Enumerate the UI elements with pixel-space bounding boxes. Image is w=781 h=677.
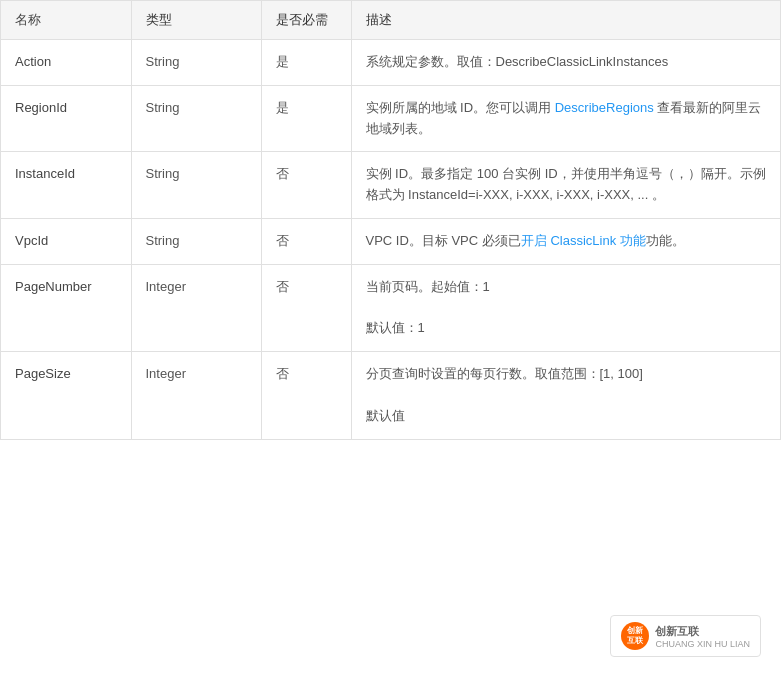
param-name: RegionId — [1, 85, 131, 152]
table-row: VpcIdString否VPC ID。目标 VPC 必须已开启 ClassicL… — [1, 218, 780, 264]
description-link[interactable]: 开启 ClassicLink 功能 — [521, 233, 646, 248]
param-required: 否 — [261, 352, 351, 439]
table-row: PageSizeInteger否分页查询时设置的每页行数。取值范围：[1, 10… — [1, 352, 780, 439]
param-required: 否 — [261, 152, 351, 219]
header-description: 描述 — [351, 1, 780, 40]
param-name: PageNumber — [1, 264, 131, 351]
api-params-table: 名称 类型 是否必需 描述 ActionString是系统规定参数。取值：Des… — [0, 0, 781, 440]
table-header-row: 名称 类型 是否必需 描述 — [1, 1, 780, 40]
param-name: Action — [1, 40, 131, 86]
param-name: InstanceId — [1, 152, 131, 219]
header-required: 是否必需 — [261, 1, 351, 40]
param-name: PageSize — [1, 352, 131, 439]
param-description: 实例 ID。最多指定 100 台实例 ID，并使用半角逗号（，）隔开。示例格式为… — [351, 152, 780, 219]
param-type: Integer — [131, 352, 261, 439]
table-row: InstanceIdString否实例 ID。最多指定 100 台实例 ID，并… — [1, 152, 780, 219]
table-row: ActionString是系统规定参数。取值：DescribeClassicLi… — [1, 40, 780, 86]
table-row: RegionIdString是实例所属的地域 ID。您可以调用 Describe… — [1, 85, 780, 152]
param-type: String — [131, 218, 261, 264]
param-description: 当前页码。起始值：1默认值：1 — [351, 264, 780, 351]
param-description: 系统规定参数。取值：DescribeClassicLinkInstances — [351, 40, 780, 86]
param-required: 否 — [261, 264, 351, 351]
param-required: 否 — [261, 218, 351, 264]
param-type: String — [131, 152, 261, 219]
header-type: 类型 — [131, 1, 261, 40]
param-description: 分页查询时设置的每页行数。取值范围：[1, 100]默认值 — [351, 352, 780, 439]
param-required: 是 — [261, 85, 351, 152]
param-type: Integer — [131, 264, 261, 351]
param-description: 实例所属的地域 ID。您可以调用 DescribeRegions 查看最新的阿里… — [351, 85, 780, 152]
param-required: 是 — [261, 40, 351, 86]
param-description: VPC ID。目标 VPC 必须已开启 ClassicLink 功能功能。 — [351, 218, 780, 264]
table-row: PageNumberInteger否当前页码。起始值：1默认值：1 — [1, 264, 780, 351]
header-name: 名称 — [1, 1, 131, 40]
param-name: VpcId — [1, 218, 131, 264]
param-type: String — [131, 40, 261, 86]
param-type: String — [131, 85, 261, 152]
description-link[interactable]: DescribeRegions — [555, 100, 654, 115]
